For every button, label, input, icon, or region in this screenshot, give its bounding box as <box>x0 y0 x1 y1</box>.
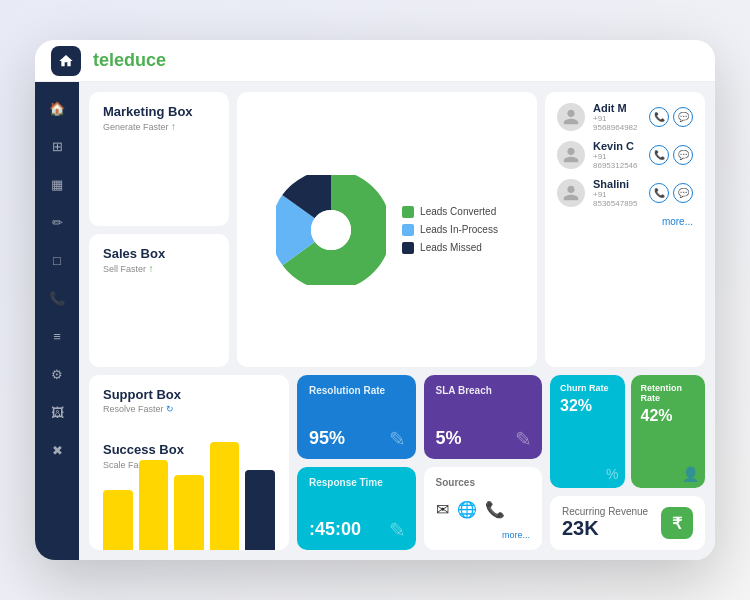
contact-info-2: Shalini +91 8536547895 <box>593 178 641 208</box>
contact-row-2: Shalini +91 8536547895 📞 💬 <box>557 178 693 208</box>
churn-card[interactable]: Churn Rate 32% % <box>550 375 625 488</box>
resolution-card[interactable]: Resolution Rate 95% ✎ <box>297 375 416 459</box>
right-top-metrics: Churn Rate 32% % Retention Rate 42% 👤 <box>550 375 705 488</box>
resolution-label: Resolution Rate <box>309 385 404 396</box>
bar-1 <box>139 460 169 550</box>
msg-btn-2[interactable]: 💬 <box>673 183 693 203</box>
bar-chart <box>89 440 289 550</box>
marketing-box-subtitle: Generate Faster ↑ <box>103 121 215 132</box>
contact-actions-2: 📞 💬 <box>649 183 693 203</box>
sla-label: SLA Breach <box>436 385 531 396</box>
sidebar-icon-person[interactable]: ✖ <box>43 436 71 464</box>
sidebar-icon-grid[interactable]: ▦ <box>43 170 71 198</box>
legend-label-converted: Leads Converted <box>420 206 496 217</box>
contact-actions-1: 📞 💬 <box>649 145 693 165</box>
retention-card[interactable]: Retention Rate 42% 👤 <box>631 375 706 488</box>
sidebar-icon-square[interactable]: □ <box>43 246 71 274</box>
response-icon: ✎ <box>389 518 406 542</box>
resolution-icon: ✎ <box>389 427 406 451</box>
sidebar-icon-image[interactable]: 🖼 <box>43 398 71 426</box>
call-btn-2[interactable]: 📞 <box>649 183 669 203</box>
avatar-kevin <box>557 141 585 169</box>
response-card[interactable]: Response Time :45:00 ✎ <box>297 467 416 551</box>
sources-label: Sources <box>436 477 531 488</box>
phone-icon: 📞 <box>485 500 505 519</box>
contact-phone-2: +91 8536547895 <box>593 190 641 208</box>
recurring-label: Recurring Revenue <box>562 506 648 517</box>
contact-actions-0: 📞 💬 <box>649 107 693 127</box>
svg-point-3 <box>311 210 351 250</box>
contact-name-1: Kevin C <box>593 140 641 152</box>
chart-area: Leads Converted Leads In-Process Leads M… <box>237 92 537 367</box>
msg-btn-0[interactable]: 💬 <box>673 107 693 127</box>
more-contacts-link[interactable]: more... <box>557 216 693 227</box>
contact-name-2: Shalini <box>593 178 641 190</box>
sources-card[interactable]: Sources ✉ 🌐 📞 more... <box>424 467 543 551</box>
app-window: teleduce 🏠 ⊞ ▦ ✏ □ 📞 ≡ ⚙ 🖼 ✖ Marketing B… <box>35 40 715 560</box>
marketing-box-title: Marketing Box <box>103 104 215 119</box>
sales-box-subtitle: Sell Faster ↑ <box>103 263 215 274</box>
contact-name-0: Adit M <box>593 102 641 114</box>
top-section: Marketing Box Generate Faster ↑ Sales Bo… <box>89 92 705 367</box>
sidebar-icon-phone[interactable]: 📞 <box>43 284 71 312</box>
bar-0 <box>103 490 133 550</box>
sidebar: 🏠 ⊞ ▦ ✏ □ 📞 ≡ ⚙ 🖼 ✖ <box>35 82 79 560</box>
avatar-adit <box>557 103 585 131</box>
email-icon: ✉ <box>436 500 449 519</box>
bar-4 <box>245 470 275 550</box>
sales-box-title: Sales Box <box>103 246 215 261</box>
sidebar-icon-layers[interactable]: ≡ <box>43 322 71 350</box>
sidebar-icon-puzzle[interactable]: ⊞ <box>43 132 71 160</box>
main-layout: 🏠 ⊞ ▦ ✏ □ 📞 ≡ ⚙ 🖼 ✖ Marketing Box Genera… <box>35 82 715 560</box>
right-metrics: Churn Rate 32% % Retention Rate 42% 👤 Re… <box>550 375 705 550</box>
response-label: Response Time <box>309 477 404 488</box>
main-content: Marketing Box Generate Faster ↑ Sales Bo… <box>79 82 715 560</box>
support-box[interactable]: Support Box Resolve Faster ↻ Success Box… <box>89 375 289 550</box>
legend-converted: Leads Converted <box>402 206 498 218</box>
contact-row-1: Kevin C +91 8695312546 📞 💬 <box>557 140 693 170</box>
churn-icon: % <box>606 466 618 482</box>
metrics-grid: Resolution Rate 95% ✎ SLA Breach 5% ✎ Re… <box>297 375 542 550</box>
contact-info-0: Adit M +91 9568964982 <box>593 102 641 132</box>
app-logo: teleduce <box>93 50 166 71</box>
sources-more[interactable]: more... <box>436 530 531 540</box>
bar-3 <box>210 442 240 550</box>
retention-value: 42% <box>641 407 696 425</box>
support-box-subtitle: Resolve Faster ↻ <box>103 404 275 414</box>
bar-2 <box>174 475 204 550</box>
avatar-shalini <box>557 179 585 207</box>
support-box-title: Support Box <box>103 387 275 402</box>
call-btn-1[interactable]: 📞 <box>649 145 669 165</box>
recurring-info: Recurring Revenue 23K <box>562 506 648 540</box>
chart-legend: Leads Converted Leads In-Process Leads M… <box>402 206 498 254</box>
sidebar-icon-pencil[interactable]: ✏ <box>43 208 71 236</box>
web-icon: 🌐 <box>457 500 477 519</box>
contacts-panel: Adit M +91 9568964982 📞 💬 K <box>545 92 705 367</box>
retention-icon: 👤 <box>682 466 699 482</box>
sidebar-icon-settings[interactable]: ⚙ <box>43 360 71 388</box>
legend-dot-converted <box>402 206 414 218</box>
top-bar: teleduce <box>35 40 715 82</box>
churn-label: Churn Rate <box>560 383 615 393</box>
recurring-value: 23K <box>562 517 648 540</box>
churn-value: 32% <box>560 397 615 415</box>
bottom-section: Support Box Resolve Faster ↻ Success Box… <box>89 375 705 550</box>
pie-chart <box>276 175 386 285</box>
sidebar-icon-home[interactable]: 🏠 <box>43 94 71 122</box>
home-button[interactable] <box>51 46 81 76</box>
call-btn-0[interactable]: 📞 <box>649 107 669 127</box>
recurring-card[interactable]: Recurring Revenue 23K ₹ <box>550 496 705 550</box>
rupee-icon: ₹ <box>661 507 693 539</box>
sla-card[interactable]: SLA Breach 5% ✎ <box>424 375 543 459</box>
legend-missed: Leads Missed <box>402 242 498 254</box>
left-boxes: Marketing Box Generate Faster ↑ Sales Bo… <box>89 92 229 367</box>
legend-dot-missed <box>402 242 414 254</box>
sources-icons: ✉ 🌐 📞 <box>436 500 531 519</box>
legend-dot-inprocess <box>402 224 414 236</box>
contact-phone-1: +91 8695312546 <box>593 152 641 170</box>
sales-box[interactable]: Sales Box Sell Faster ↑ <box>89 234 229 368</box>
legend-label-inprocess: Leads In-Process <box>420 224 498 235</box>
marketing-box[interactable]: Marketing Box Generate Faster ↑ <box>89 92 229 226</box>
msg-btn-1[interactable]: 💬 <box>673 145 693 165</box>
legend-label-missed: Leads Missed <box>420 242 482 253</box>
